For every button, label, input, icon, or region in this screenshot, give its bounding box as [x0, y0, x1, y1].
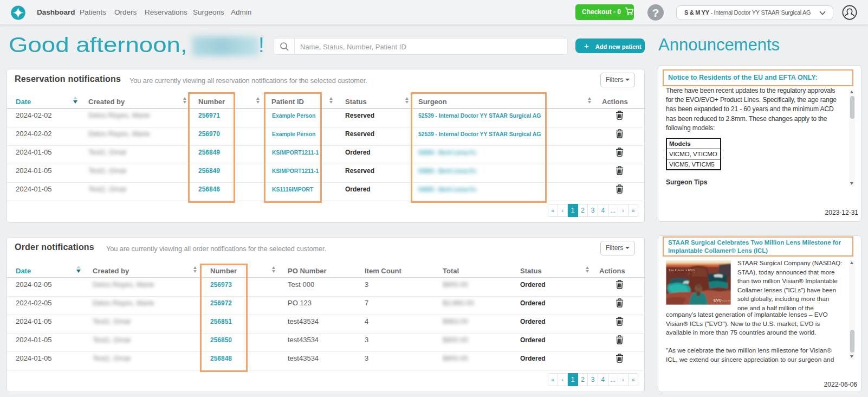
svg-text:Visian ICL: Visian ICL [722, 299, 731, 302]
svg-text:The Future is EVO: The Future is EVO [669, 268, 695, 272]
svg-text:EVO: EVO [714, 298, 722, 302]
